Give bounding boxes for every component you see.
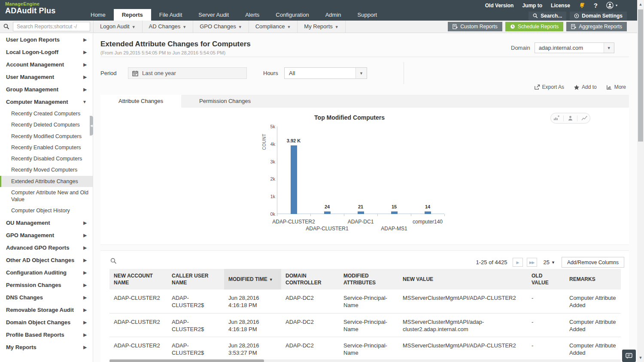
column-header-old-value[interactable]: OLD VALUE xyxy=(527,269,565,290)
bar-adap-ms1[interactable] xyxy=(391,211,398,214)
sidebar-item-recently-deleted-computers[interactable]: Recently Deleted Computers xyxy=(0,119,93,130)
sidebar-item-account-management[interactable]: Account Management▶ xyxy=(0,58,93,71)
report-search-icon[interactable] xyxy=(0,21,12,33)
nav-tab-file-audit[interactable]: File Audit xyxy=(151,9,190,21)
sidebar-item-ou-management[interactable]: OU Management▶ xyxy=(0,217,93,229)
notification-bell-icon[interactable] xyxy=(579,2,585,9)
refresh-chart-icon[interactable] xyxy=(581,115,588,121)
chevron-right-icon: ▶ xyxy=(83,308,87,312)
bar-computer140[interactable] xyxy=(425,211,431,214)
horizontal-scrollbar-thumb[interactable] xyxy=(109,359,264,362)
sidebar-item-recently-disabled-computers[interactable]: Recently Disabled Computers xyxy=(0,153,93,164)
table-search-icon[interactable] xyxy=(110,258,117,264)
add-remove-columns-button[interactable]: Add/Remove Columns xyxy=(562,257,624,268)
next-page-button[interactable]: ▶ xyxy=(513,258,523,267)
bar-adap-dc1[interactable] xyxy=(358,211,364,214)
menu-logon-audit[interactable]: Logon Audit▼ xyxy=(93,21,143,33)
vertical-scrollbar[interactable]: ▲ ▼ xyxy=(637,0,644,362)
tab-attribute-changes[interactable]: Attribute Changes xyxy=(100,95,181,108)
x-category-label: ADAP-CLUSTER2 xyxy=(259,219,328,225)
report-search-input[interactable] xyxy=(13,22,90,31)
sidebar-item-domain-object-changes[interactable]: Domain Object Changes▶ xyxy=(0,316,93,329)
sidebar-item-local-logon-logoff[interactable]: Local Logon-Logoff▶ xyxy=(0,46,93,58)
column-header-domain-controller[interactable]: DOMAIN CONTROLLER xyxy=(281,269,339,290)
sidebar-item-computer-object-history[interactable]: Computer Object History xyxy=(0,205,93,216)
sidebar-item-recently-enabled-computers[interactable]: Recently Enabled Computers xyxy=(0,142,93,153)
sidebar-item-user-management[interactable]: User Management▶ xyxy=(0,71,93,83)
table-row[interactable]: ADAP-CLUSTER2ADAP-CLUSTER2$Jun 28,2016 3… xyxy=(109,337,621,360)
table-horizontal-scrollbar[interactable] xyxy=(109,359,621,362)
nav-tab-server-audit[interactable]: Server Audit xyxy=(190,9,237,21)
sidebar-item-other-ad-object-changes[interactable]: Other AD Object Changes▶ xyxy=(0,254,93,266)
sidebar-item-recently-moved-computers[interactable]: Recently Moved Computers xyxy=(0,164,93,175)
column-header-new-value[interactable]: NEW VALUE xyxy=(398,269,527,290)
sidebar-item-extended-attribute-changes[interactable]: Extended Attribute Changes xyxy=(0,176,93,187)
sidebar-item-label: Domain Object Changes xyxy=(6,319,70,326)
more-button[interactable]: More xyxy=(606,84,626,90)
user-chart-icon[interactable] xyxy=(568,115,573,121)
sidebar-collapse-handle[interactable]: ◄ xyxy=(90,116,93,136)
old-version-link[interactable]: Old Version xyxy=(485,3,514,9)
hours-select[interactable]: All ▼ xyxy=(284,67,367,79)
sidebar-item-computer-management[interactable]: Computer Management▼ xyxy=(0,96,93,108)
nav-tab-configuration[interactable]: Configuration xyxy=(267,9,317,21)
column-header-caller-user-name[interactable]: CALLER USER NAME xyxy=(167,269,224,290)
jump-to-link[interactable]: Jump to xyxy=(522,3,542,9)
table-row[interactable]: ADAP-CLUSTER2ADAP-CLUSTER2$Jun 28,2016 4… xyxy=(109,313,621,337)
table-cell: ADAP-CLUSTER2$ xyxy=(167,313,224,337)
menu-my-reports[interactable]: My Reports▼ xyxy=(298,21,345,33)
column-header-modified-time[interactable]: MODIFIED TIME▼ xyxy=(224,269,281,290)
sidebar-item-permission-changes[interactable]: Permission Changes▶ xyxy=(0,279,93,291)
scroll-up-icon[interactable]: ▲ xyxy=(637,1,644,8)
sidebar-item-removable-storage-audit[interactable]: Removable Storage Audit▶ xyxy=(0,304,93,316)
nav-tab-reports[interactable]: Reports xyxy=(114,9,151,21)
tab-permission-changes[interactable]: Permission Changes xyxy=(181,95,269,108)
sidebar-item-dns-changes[interactable]: DNS Changes▶ xyxy=(0,291,93,304)
domain-settings-button[interactable]: Domain Settings xyxy=(570,12,627,20)
help-icon[interactable]: ? xyxy=(594,2,598,9)
vertical-scrollbar-thumb[interactable] xyxy=(638,9,643,142)
sidebar-item-user-logon-reports[interactable]: User Logon Reports▶ xyxy=(0,33,93,46)
sidebar-item-gpo-management[interactable]: GPO Management▶ xyxy=(0,229,93,241)
nav-tab-support[interactable]: Support xyxy=(349,9,386,21)
custom-reports-button[interactable]: Custom Reports xyxy=(448,22,502,31)
bar-adap-cluster2[interactable] xyxy=(291,145,297,214)
domain-select[interactable]: adap.internal.com ▼ xyxy=(535,42,614,53)
page-size-select[interactable]: 25 ▼ xyxy=(544,259,555,265)
column-header-new-account-name[interactable]: NEW ACCOUNT NAME xyxy=(109,269,167,290)
aggregate-reports-button[interactable]: Aggregate Reports xyxy=(566,22,627,31)
feedback-chat-button[interactable] xyxy=(622,350,636,362)
period-field[interactable]: Last one year xyxy=(128,67,247,79)
chart-title: Top Modified Computers xyxy=(285,114,414,121)
scroll-down-icon[interactable]: ▼ xyxy=(637,354,644,361)
nav-tab-home[interactable]: Home xyxy=(82,9,114,21)
sidebar-item-advanced-gpo-reports[interactable]: Advanced GPO Reports▶ xyxy=(0,241,93,254)
license-link[interactable]: License xyxy=(551,3,570,9)
sidebar-item-configuration-auditing[interactable]: Configuration Auditing▶ xyxy=(0,266,93,279)
sidebar-item-recently-modified-computers[interactable]: Recently Modified Computers xyxy=(0,131,93,142)
menu-gpo-changes[interactable]: GPO Changes▼ xyxy=(193,21,249,33)
schedule-reports-button[interactable]: Schedule Reports xyxy=(505,22,563,31)
menu-compliance[interactable]: Compliance▼ xyxy=(249,21,298,33)
more-label: More xyxy=(614,84,626,90)
sidebar-item-computer-attribute-new-and-old-value[interactable]: Computer Attribute New and Old Value xyxy=(0,187,93,205)
sidebar-item-group-management[interactable]: Group Management▶ xyxy=(0,83,93,96)
x-tick-mark xyxy=(277,214,277,216)
add-chart-icon[interactable] xyxy=(553,115,559,121)
brand-logo[interactable]: ManageEngine ADAudit Plus xyxy=(5,1,55,15)
nav-tab-admin[interactable]: Admin xyxy=(317,9,349,21)
user-account-menu[interactable]: ▾ xyxy=(606,2,617,9)
table-row[interactable]: ADAP-CLUSTER2ADAP-CLUSTER2$Jun 28,2016 4… xyxy=(109,290,621,313)
last-page-button[interactable]: ▶▶ xyxy=(527,258,537,267)
menu-ad-changes[interactable]: AD Changes▼ xyxy=(143,21,194,33)
column-header-modified-attributes[interactable]: MODIFIED ATTRIBUTES xyxy=(339,269,398,290)
column-header-remarks[interactable]: REMARKS xyxy=(565,269,621,290)
sidebar-item-profile-based-reports[interactable]: Profile Based Reports▶ xyxy=(0,329,93,341)
add-to-button[interactable]: Add to xyxy=(574,84,597,90)
nav-tab-alerts[interactable]: Alerts xyxy=(237,9,267,21)
sidebar-item-my-reports[interactable]: My Reports▶ xyxy=(0,341,93,353)
export-as-button[interactable]: Export As xyxy=(534,84,564,90)
bar-adap-cluster1[interactable] xyxy=(324,211,331,214)
sidebar-item-recently-created-computers[interactable]: Recently Created Computers xyxy=(0,108,93,119)
global-search-button[interactable]: Search... xyxy=(529,12,566,20)
